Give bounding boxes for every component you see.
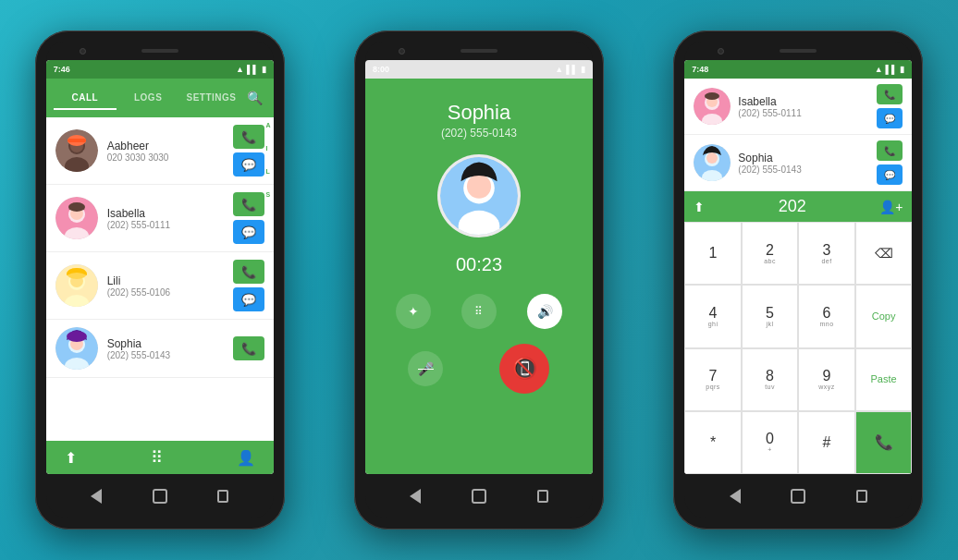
contact-number-isabella: (202) 555-0111 — [107, 220, 224, 230]
signal-icon-1: ▌▌ — [247, 65, 259, 74]
key-6-main: 6 — [823, 306, 831, 321]
sms-btn-aabheer[interactable]: 💬 — [233, 152, 264, 177]
key-4[interactable]: 4 ghi — [684, 285, 742, 347]
signal-icon-3: ▌▌ — [886, 65, 898, 74]
status-icons-1: ▲ ▌▌ ▮ — [236, 65, 266, 74]
add-contact-icon-footer[interactable]: 👤 — [237, 449, 255, 467]
dialer-call-btn-isabella[interactable]: 📞 — [877, 84, 903, 104]
key-backspace-icon: ⌫ — [875, 247, 893, 260]
key-6[interactable]: 6 mno — [798, 285, 855, 347]
dialer-contact-sophia[interactable]: Sophia (202) 555-0143 📞 💬 — [684, 135, 912, 191]
key-5-main: 5 — [766, 306, 774, 321]
back-btn-2[interactable] — [407, 488, 424, 505]
back-btn-3[interactable] — [727, 488, 743, 505]
call-screen: Sophia (202) 555-0143 00:23 ✦ ⠿ 🔊 — [365, 79, 593, 474]
contact-info-isabella: Isabella (202) 555-0111 — [107, 207, 224, 230]
phone2-screen: 8:00 ▲ ▌▌ ▮ Sophia (202) 555-0143 00:23 — [365, 60, 593, 474]
key-8[interactable]: 8 tuv — [742, 348, 799, 411]
dialer-actions-sophia: 📞 💬 — [877, 140, 903, 185]
status-bar-3: 7:48 ▲ ▌▌ ▮ — [684, 60, 912, 79]
sms-btn-isabella[interactable]: 💬 — [233, 220, 264, 244]
call-btn-lili[interactable]: 📞 — [233, 260, 264, 284]
recent-btn-3[interactable] — [854, 488, 870, 505]
home-btn-3[interactable] — [790, 488, 806, 505]
battery-icon-1: ▮ — [262, 65, 266, 74]
dialer-add-contact-icon[interactable]: 👤+ — [879, 200, 903, 214]
call-btn-isabella[interactable]: 📞 — [233, 192, 264, 216]
key-3[interactable]: 3 def — [798, 222, 855, 285]
dialer-sms-btn-sophia[interactable]: 💬 — [877, 164, 903, 185]
status-icons-2: ▲ ▌▌ ▮ — [555, 65, 585, 74]
key-4-main: 4 — [709, 306, 718, 321]
dialer-call-btn-sophia[interactable]: 📞 — [877, 140, 903, 161]
key-8-sub: tuv — [765, 383, 775, 390]
key-paste-label: Paste — [870, 374, 896, 384]
key-call[interactable]: 📞 — [855, 411, 913, 474]
contact-lili[interactable]: Lili (202) 555-0106 📞 💬 — [46, 252, 274, 320]
phone3-nav — [684, 474, 912, 518]
call-duration: 00:23 — [456, 254, 502, 275]
dialer-number-isabella: (202) 555-0111 — [738, 108, 869, 118]
svg-point-33 — [706, 152, 718, 164]
avatar-sophia — [55, 327, 98, 370]
home-btn-2[interactable] — [471, 488, 487, 505]
contact-info-aabheer: Aabheer 020 3030 3030 — [107, 140, 224, 163]
key-7[interactable]: 7 pqrs — [684, 348, 742, 411]
wifi-icon-3: ▲ — [875, 65, 883, 74]
tab-settings[interactable]: SETTINGS — [179, 87, 242, 110]
speaker-btn[interactable]: 🔊 — [527, 294, 562, 329]
contact-actions-aabheer: 📞 💬 — [233, 125, 264, 177]
key-2-main: 2 — [766, 243, 774, 258]
recent-btn-2[interactable] — [534, 488, 551, 505]
end-call-btn[interactable]: 📵 — [499, 344, 549, 394]
key-3-sub: def — [821, 258, 831, 264]
key-8-main: 8 — [766, 369, 774, 383]
key-5[interactable]: 5 jkl — [742, 285, 799, 347]
search-icon-1[interactable]: 🔍 — [243, 87, 266, 109]
contact-aabheer[interactable]: Aabheer 020 3030 3030 📞 💬 — [46, 117, 274, 185]
contact-sophia[interactable]: Sophia (202) 555-0143 📞 — [46, 320, 274, 378]
key-paste[interactable]: Paste — [855, 348, 913, 411]
mute-btn[interactable]: 🎤 — [408, 351, 443, 386]
contact-name-aabheer: Aabheer — [107, 140, 224, 152]
avatar-aabheer — [55, 129, 98, 172]
dialer-avatar-isabella — [694, 88, 731, 125]
keypad-btn[interactable]: ⠿ — [461, 294, 497, 329]
contact-name-isabella: Isabella — [107, 207, 224, 220]
alphabet-sidebar: A I L S — [266, 122, 271, 198]
tab-logs[interactable]: LOGS — [117, 87, 179, 110]
dialer-share-icon[interactable]: ⬆ — [694, 200, 705, 214]
key-hash[interactable]: # — [798, 411, 855, 474]
signal-icon-2: ▌▌ — [566, 65, 578, 74]
contact-isabella[interactable]: Isabella (202) 555-0111 📞 💬 — [46, 185, 274, 252]
dialpad-icon-footer[interactable]: ⠿ — [151, 447, 163, 468]
back-btn-1[interactable] — [88, 488, 104, 505]
sms-btn-lili[interactable]: 💬 — [233, 287, 264, 311]
key-1-main: 1 — [709, 246, 718, 261]
bluetooth-btn[interactable]: ✦ — [396, 294, 431, 329]
recent-btn-1[interactable] — [215, 488, 231, 505]
key-2[interactable]: 2 abc — [742, 222, 799, 285]
call-btn-sophia[interactable]: 📞 — [233, 336, 264, 360]
tab-call[interactable]: CALL — [54, 87, 117, 110]
share-icon-footer[interactable]: ⬆ — [65, 449, 77, 467]
dialer-contact-isabella[interactable]: Isabella (202) 555-0111 📞 💬 — [684, 79, 912, 135]
key-9[interactable]: 9 wxyz — [798, 348, 855, 411]
key-5-sub: jkl — [767, 321, 774, 327]
key-1[interactable]: 1 — [684, 222, 742, 285]
phone3-screen: 7:48 ▲ ▌▌ ▮ I — [684, 60, 912, 474]
key-star[interactable]: * — [684, 411, 742, 474]
call-contact-number: (202) 555-0143 — [441, 127, 517, 140]
key-2-sub: abc — [764, 258, 776, 264]
key-backspace[interactable]: ⌫ — [855, 222, 913, 285]
key-0[interactable]: 0 + — [742, 411, 799, 474]
contact-actions-isabella: 📞 💬 — [233, 192, 264, 244]
home-btn-1[interactable] — [152, 488, 168, 505]
dialer-sms-btn-isabella[interactable]: 💬 — [877, 108, 903, 128]
key-copy[interactable]: Copy — [855, 285, 913, 347]
key-3-main: 3 — [823, 243, 831, 258]
contact-list: Aabheer 020 3030 3030 📞 💬 — [46, 117, 274, 441]
time-2: 8:00 — [373, 65, 389, 74]
phone-1: 7:46 ▲ ▌▌ ▮ CALL LOGS SETTINGS 🔍 — [35, 30, 285, 530]
call-btn-aabheer[interactable]: 📞 — [233, 125, 264, 149]
